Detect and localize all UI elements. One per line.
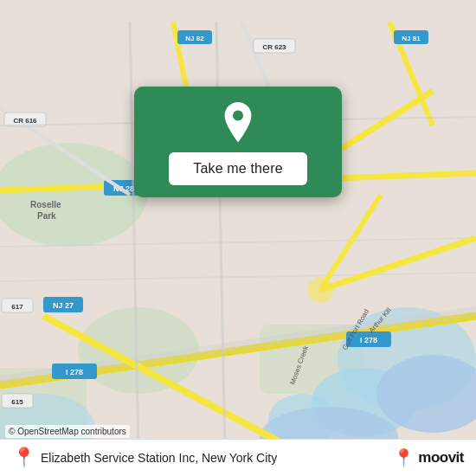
moovit-logo: 📍 moovit: [393, 447, 464, 468]
bottom-info: 📍 Elizabeth Service Station Inc, New Yor…: [12, 448, 277, 467]
svg-text:617: 617: [11, 303, 23, 311]
osm-attribution: © OpenStreetMap contributors: [5, 425, 130, 438]
svg-text:615: 615: [11, 398, 23, 406]
moovit-pin-icon: 📍: [393, 447, 415, 468]
svg-text:CR 616: CR 616: [13, 117, 37, 125]
svg-text:Roselle: Roselle: [30, 200, 61, 209]
map-container: I 278 I 278 NJ 27 NJ 28 NJ 82 NJ 81 CR 6…: [0, 0, 476, 476]
take-me-there-button[interactable]: Take me there: [169, 152, 306, 185]
svg-text:NJ 81: NJ 81: [402, 35, 421, 42]
bottom-bar: 📍 Elizabeth Service Station Inc, New Yor…: [0, 439, 476, 476]
map-background: I 278 I 278 NJ 27 NJ 28 NJ 82 NJ 81 CR 6…: [0, 0, 476, 476]
svg-text:Park: Park: [37, 211, 56, 221]
svg-text:NJ 27: NJ 27: [53, 301, 74, 310]
moovit-brand-text: moovit: [418, 449, 464, 466]
svg-point-54: [233, 110, 243, 120]
popup-card: Take me there: [134, 87, 342, 197]
svg-text:I 278: I 278: [66, 368, 83, 376]
svg-text:CR 623: CR 623: [262, 43, 286, 51]
svg-text:NJ 82: NJ 82: [185, 35, 204, 42]
location-pin-icon: [217, 102, 259, 144]
location-pin-small-icon: 📍: [12, 448, 35, 467]
location-name: Elizabeth Service Station Inc, New York …: [41, 451, 277, 465]
svg-text:I 278: I 278: [360, 336, 377, 344]
